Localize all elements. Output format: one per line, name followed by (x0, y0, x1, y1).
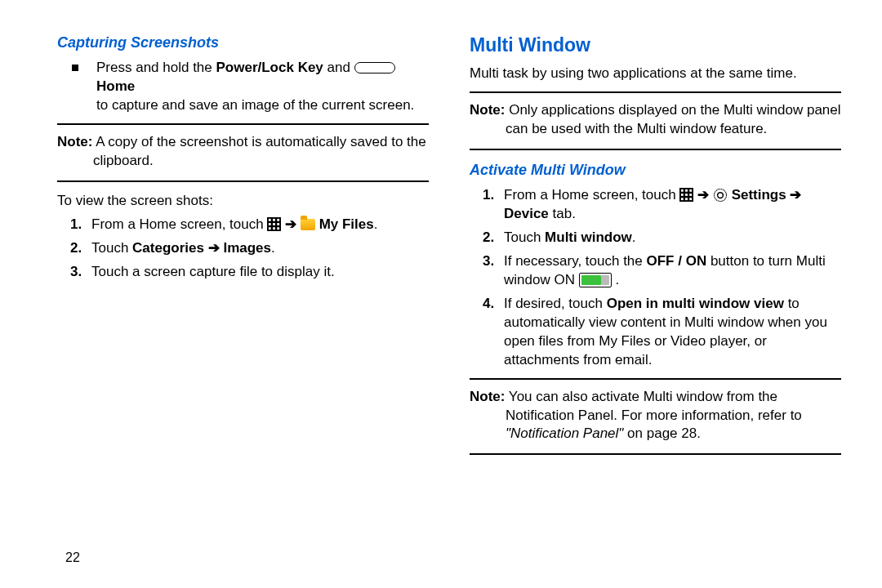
step-number: 2. (70, 239, 91, 258)
apps-grid-icon (267, 217, 281, 231)
svg-rect-12 (686, 189, 688, 192)
text-bold: Home (96, 78, 135, 94)
bullet-icon (72, 65, 78, 71)
note-text: You can also activate Multi window from … (505, 389, 801, 423)
step-text: Touch Categories ➔ Images. (91, 239, 429, 258)
svg-rect-6 (278, 223, 280, 225)
svg-rect-18 (686, 198, 688, 200)
text: If necessary, touch the (504, 253, 647, 269)
text: . (374, 216, 378, 232)
step-text: From a Home screen, touch ➔ Settings ➔ D… (504, 186, 841, 224)
text: Touch (91, 240, 132, 256)
svg-rect-8 (274, 227, 276, 229)
gear-icon (713, 188, 728, 203)
note-block: Note: You can also activate Multi window… (470, 378, 841, 456)
step-number: 3. (483, 252, 504, 271)
note-label: Note: (470, 389, 505, 404)
text: From a Home screen, touch (91, 216, 267, 232)
svg-rect-15 (686, 194, 688, 196)
svg-rect-5 (274, 223, 276, 225)
svg-rect-4 (269, 223, 271, 225)
step-number: 1. (483, 186, 504, 205)
note-block: Note: Only applications displayed on the… (470, 91, 841, 150)
svg-rect-19 (690, 198, 693, 200)
svg-rect-11 (681, 189, 684, 192)
note-text: Only applications displayed on the Multi… (505, 102, 840, 136)
text-bold: Open in multi window view (607, 296, 784, 311)
svg-rect-17 (681, 198, 684, 200)
right-column: Multi Window Multi task by using two app… (449, 33, 841, 572)
left-column: Capturing Screenshots Press and hold the… (57, 33, 449, 572)
step-number: 2. (483, 229, 504, 247)
step-number: 4. (483, 295, 504, 314)
text: . (632, 229, 636, 245)
text-bold: Settings ➔ (732, 187, 802, 203)
text-bold: Device (504, 206, 549, 221)
arrow-icon: ➔ (697, 187, 713, 203)
svg-rect-7 (269, 227, 271, 229)
steps-list: 1. From a Home screen, touch ➔ Settings … (470, 186, 841, 369)
subheading-capturing-screenshots: Capturing Screenshots (57, 33, 429, 52)
svg-rect-2 (274, 219, 276, 221)
bullet-item: Press and hold the Power/Lock Key and Ho… (57, 59, 429, 115)
step-text: From a Home screen, touch ➔ My Files. (91, 216, 429, 234)
text: tab. (549, 206, 576, 221)
manual-page: Capturing Screenshots Press and hold the… (0, 0, 882, 588)
heading-multi-window: Multi Window (470, 33, 841, 58)
list-item: 3. Touch a screen capture file to displa… (70, 263, 429, 282)
list-item: 4. If desired, touch Open in multi windo… (483, 295, 841, 370)
svg-rect-9 (278, 227, 280, 229)
note-label: Note: (57, 134, 92, 149)
note-label: Note: (470, 102, 505, 118)
step-text: If necessary, touch the OFF / ON button … (504, 252, 841, 290)
step-text: Touch a screen capture file to display i… (91, 263, 429, 282)
svg-point-21 (718, 193, 724, 198)
svg-rect-16 (690, 194, 693, 196)
text: and (323, 60, 354, 75)
arrow-icon: ➔ (285, 216, 301, 232)
svg-rect-3 (278, 219, 280, 221)
steps-list: 1. From a Home screen, touch ➔ My Files.… (57, 216, 429, 282)
svg-rect-13 (690, 189, 693, 192)
intro-text: Multi task by using two applications at … (470, 65, 841, 83)
list-item: 2. Touch Categories ➔ Images. (70, 239, 429, 258)
apps-grid-icon (679, 188, 693, 202)
list-item: 2. Touch Multi window. (483, 229, 841, 247)
text-bold: Power/Lock Key (216, 60, 323, 75)
text: Touch (504, 229, 545, 245)
text: . (271, 240, 275, 256)
list-item: 1. From a Home screen, touch ➔ Settings … (483, 186, 841, 224)
text: If desired, touch (504, 296, 607, 311)
text-bold: Categories ➔ Images (132, 240, 271, 256)
home-key-icon (354, 62, 395, 74)
list-item: 1. From a Home screen, touch ➔ My Files. (70, 216, 429, 234)
note-text-italic: "Notification Panel" (506, 425, 623, 441)
svg-rect-14 (681, 194, 684, 196)
text-bold: My Files (319, 216, 374, 232)
note-text: A copy of the screenshot is automaticall… (92, 134, 425, 168)
text: From a Home screen, touch (504, 187, 679, 203)
intro-text: To view the screen shots: (57, 192, 429, 211)
step-number: 1. (70, 216, 91, 234)
note-text: on page 28. (623, 425, 701, 441)
subheading-activate-multi-window: Activate Multi Window (470, 160, 841, 180)
toggle-on-icon (579, 273, 612, 287)
step-number: 3. (70, 263, 91, 282)
bullet-text: Press and hold the Power/Lock Key and Ho… (96, 59, 429, 115)
step-text: If desired, touch Open in multi window v… (504, 295, 841, 370)
list-item: 3. If necessary, touch the OFF / ON butt… (483, 252, 841, 290)
text-bold: Multi window (545, 229, 632, 245)
page-number: 22 (65, 549, 80, 567)
text-bold: OFF / ON (647, 253, 707, 269)
text: to capture and save an image of the curr… (96, 97, 414, 113)
step-text: Touch Multi window. (504, 229, 841, 247)
folder-icon (301, 219, 315, 230)
note-block: Note: A copy of the screenshot is automa… (57, 123, 429, 182)
svg-point-20 (714, 189, 726, 202)
text: Press and hold the (96, 60, 216, 75)
svg-rect-1 (269, 219, 271, 221)
text: . (615, 272, 619, 287)
